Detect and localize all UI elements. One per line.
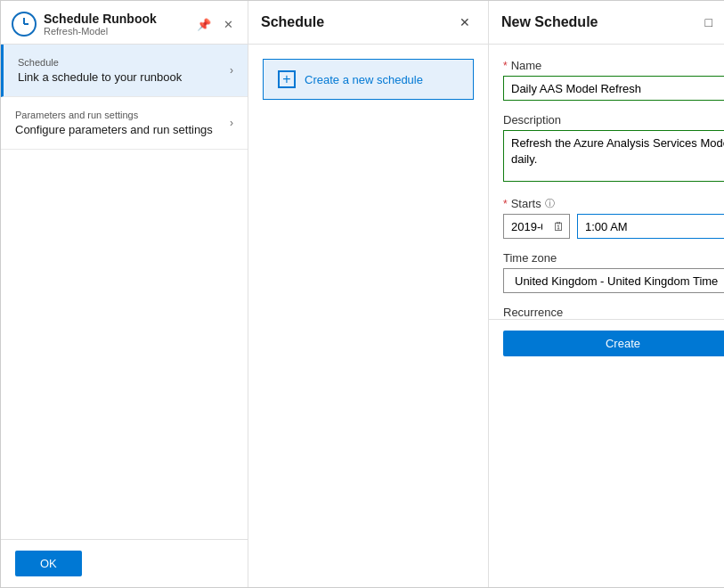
name-input-wrap: ✓ — [503, 76, 724, 101]
chevron-right-icon: › — [230, 64, 233, 77]
nav-item-schedule[interactable]: Schedule Link a schedule to your runbook… — [1, 45, 248, 97]
name-label: * Name — [503, 59, 724, 72]
clock-icon — [12, 12, 37, 37]
description-label-text: Description — [503, 113, 561, 127]
starts-info-icon: ⓘ — [545, 197, 555, 210]
ok-button[interactable]: OK — [15, 551, 82, 576]
nav-item-schedule-content: Schedule Link a schedule to your runbook — [18, 57, 182, 84]
recurrence-label-text: Recurrence — [503, 306, 563, 319]
create-schedule-label: Create a new schedule — [305, 73, 423, 86]
runbook-header-text: Schedule Runbook Refresh-Model — [44, 12, 157, 37]
schedule-title: Schedule — [261, 14, 324, 30]
recurrence-label: Recurrence — [503, 306, 724, 319]
date-input-wrap: 🗓 — [503, 214, 570, 239]
timezone-label: Time zone — [503, 251, 724, 265]
recurrence-group: Recurrence Once Recurring — [503, 306, 724, 319]
nav-item-parameters-title: Configure parameters and run settings — [15, 123, 213, 136]
app-container: Schedule Runbook Refresh-Model 📌 ✕ Sched… — [0, 0, 724, 588]
schedule-close-button[interactable]: ✕ — [454, 13, 476, 31]
nav-item-schedule-label: Schedule — [18, 57, 182, 68]
runbook-footer: OK — [1, 539, 248, 587]
nav-item-parameters-label: Parameters and run settings — [15, 110, 213, 120]
starts-row: 🗓 — [503, 214, 724, 239]
calendar-icon[interactable]: 🗓 — [553, 220, 565, 233]
create-schedule-button[interactable]: + Create a new schedule — [263, 59, 474, 100]
starts-label-text: Starts — [511, 197, 541, 210]
timezone-group: Time zone United Kingdom - United Kingdo… — [503, 251, 724, 293]
starts-required-star: * — [503, 198, 508, 210]
panel-runbook: Schedule Runbook Refresh-Model 📌 ✕ Sched… — [1, 1, 248, 587]
close-icon: ✕ — [224, 18, 233, 31]
timezone-select[interactable]: United Kingdom - United Kingdom Time — [503, 268, 724, 293]
name-label-text: Name — [511, 59, 542, 72]
new-schedule-header-actions: □ ✕ — [700, 13, 724, 31]
pin-icon: 📌 — [197, 18, 211, 31]
chevron-right-icon-2: › — [230, 117, 233, 129]
maximize-button[interactable]: □ — [700, 13, 718, 31]
nav-item-parameters-content: Parameters and run settings Configure pa… — [15, 110, 213, 136]
new-schedule-form: * Name ✓ Description Refresh the Azure A… — [489, 45, 724, 319]
starts-group: * Starts ⓘ 🗓 — [503, 197, 724, 239]
name-required-star: * — [503, 60, 508, 72]
name-input[interactable] — [503, 76, 724, 101]
runbook-header-actions: 📌 ✕ — [193, 16, 237, 33]
description-textarea-wrap: Refresh the Azure Analysis Services Mode… — [503, 130, 724, 184]
runbook-close-button[interactable]: ✕ — [220, 16, 237, 33]
nav-item-parameters[interactable]: Parameters and run settings Configure pa… — [1, 97, 248, 150]
plus-icon: + — [278, 70, 296, 88]
create-button[interactable]: Create — [503, 331, 724, 356]
panel-schedule: Schedule ✕ + Create a new schedule — [248, 1, 489, 587]
starts-label: * Starts ⓘ — [503, 197, 724, 210]
nav-item-schedule-title: Link a schedule to your runbook — [18, 70, 182, 84]
schedule-header: Schedule ✕ — [248, 1, 488, 45]
panel-new-schedule: New Schedule □ ✕ * Name ✓ — [489, 1, 724, 587]
runbook-title: Schedule Runbook — [44, 12, 157, 26]
timezone-label-text: Time zone — [503, 251, 557, 265]
pin-button[interactable]: 📌 — [193, 16, 215, 33]
runbook-header: Schedule Runbook Refresh-Model 📌 ✕ — [1, 1, 248, 45]
name-group: * Name ✓ — [503, 59, 724, 101]
description-group: Description Refresh the Azure Analysis S… — [503, 113, 724, 184]
time-input[interactable] — [577, 214, 724, 239]
description-textarea[interactable]: Refresh the Azure Analysis Services Mode… — [503, 130, 724, 182]
runbook-subtitle: Refresh-Model — [44, 26, 157, 37]
new-schedule-title: New Schedule — [501, 14, 598, 30]
new-schedule-header: New Schedule □ ✕ — [489, 1, 724, 45]
description-label: Description — [503, 113, 724, 127]
schedule-content: + Create a new schedule — [248, 45, 488, 587]
new-schedule-footer: Create — [489, 319, 724, 587]
